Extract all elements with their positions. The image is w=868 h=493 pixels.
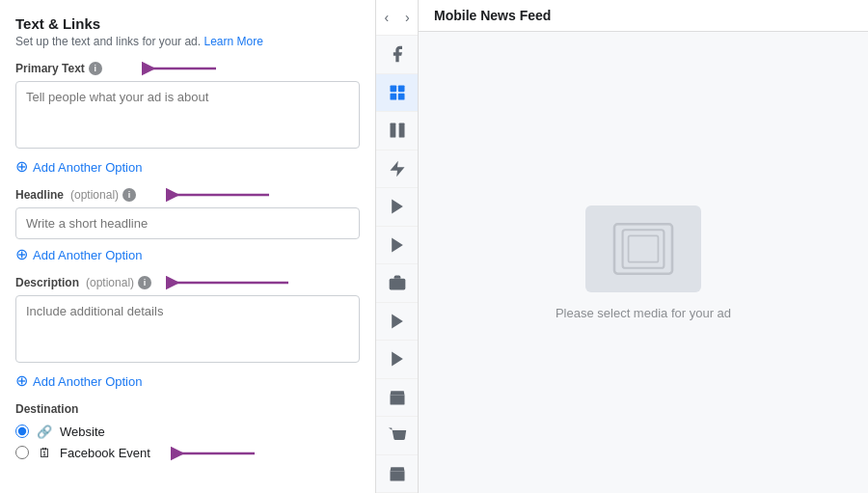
primary-text-info-icon[interactable]: i [89, 62, 102, 75]
add-option-button-3[interactable]: ⊕ Add Another Option [15, 373, 142, 389]
description-group: Description (optional) i [15, 276, 360, 366]
description-label: Description (optional) i [15, 276, 360, 289]
destination-section: Destination 🔗 Website 🗓 Facebook Event [15, 402, 360, 460]
website-icon: 🔗 [37, 424, 52, 439]
description-input[interactable] [15, 295, 360, 363]
add-icon-2: ⊕ [15, 247, 28, 262]
svg-marker-11 [392, 200, 403, 214]
svg-rect-8 [390, 123, 395, 138]
nav-arrows: ‹ › [376, 0, 418, 36]
destination-facebook-event-option[interactable]: 🗓 Facebook Event [15, 445, 360, 460]
shop-icon[interactable] [376, 417, 419, 455]
media-placeholder [585, 205, 701, 292]
destination-website-option[interactable]: 🔗 Website [15, 424, 360, 439]
primary-text-input[interactable] [15, 81, 360, 149]
news-feed-placement-icon[interactable] [376, 74, 419, 113]
add-icon-1: ⊕ [15, 159, 28, 175]
svg-marker-17 [392, 352, 403, 367]
headline-info-icon[interactable]: i [122, 188, 136, 202]
media-placeholder-icon [610, 220, 677, 278]
add-icon-3: ⊕ [15, 373, 28, 389]
headline-input[interactable] [15, 207, 360, 239]
destination-facebook-event-label: Facebook Event [60, 446, 150, 460]
placeholder-text: Please select media for your ad [556, 306, 731, 320]
description-info-icon[interactable]: i [138, 276, 151, 289]
arrow-annotation-3 [165, 272, 290, 293]
marketplace-icon[interactable] [376, 264, 419, 303]
text-links-panel: Text & Links Set up the text and links f… [0, 0, 376, 493]
prev-button[interactable]: ‹ [376, 0, 397, 35]
placement-icon-bar: ‹ › [376, 0, 419, 493]
svg-marker-16 [392, 314, 403, 328]
headline-group: Headline (optional) i [15, 188, 360, 239]
arrow-annotation-2 [165, 184, 271, 205]
svg-rect-4 [390, 85, 396, 92]
add-option-button-1[interactable]: ⊕ Add Another Option [15, 159, 142, 175]
svg-rect-6 [390, 94, 396, 100]
primary-text-label: Primary Text i [15, 62, 360, 75]
next-button[interactable]: › [397, 0, 419, 35]
video-feed-icon[interactable] [376, 303, 419, 342]
shop-front-icon[interactable] [376, 379, 419, 418]
destination-facebook-event-radio[interactable] [15, 446, 29, 459]
svg-marker-10 [390, 160, 404, 177]
svg-rect-21 [629, 235, 659, 261]
in-stream-video-icon[interactable] [376, 188, 419, 227]
arrow-annotation-4 [170, 443, 257, 464]
facebook-event-icon: 🗓 [37, 445, 52, 460]
svg-rect-9 [398, 123, 404, 138]
more-placements-icon[interactable] [376, 455, 419, 494]
svg-rect-13 [389, 279, 405, 290]
preview-header: Mobile News Feed [419, 0, 868, 32]
learn-more-link[interactable]: Learn More [203, 35, 262, 48]
svg-marker-12 [392, 237, 403, 252]
column-placement-icon[interactable] [376, 112, 419, 151]
facebook-placement-icon[interactable] [376, 36, 419, 74]
suggested-video-icon[interactable] [376, 227, 419, 265]
preview-panel: Mobile News Feed Please select media for… [419, 0, 868, 493]
destination-website-radio[interactable] [15, 425, 29, 438]
section-title: Text & Links [15, 15, 360, 32]
section-subtitle: Set up the text and links for your ad. L… [15, 35, 360, 48]
destination-label: Destination [15, 402, 360, 416]
headline-label: Headline (optional) i [15, 188, 360, 202]
stories-icon[interactable] [376, 341, 419, 379]
instant-articles-icon[interactable] [376, 151, 419, 189]
arrow-annotation-1 [141, 58, 218, 79]
primary-text-group: Primary Text i [15, 62, 360, 151]
preview-title: Mobile News Feed [434, 8, 551, 23]
destination-website-label: Website [60, 425, 105, 439]
svg-rect-18 [394, 398, 399, 403]
preview-content: Please select media for your ad [419, 32, 868, 493]
add-option-button-2[interactable]: ⊕ Add Another Option [15, 247, 142, 262]
svg-rect-5 [397, 85, 404, 92]
svg-rect-7 [397, 94, 404, 100]
